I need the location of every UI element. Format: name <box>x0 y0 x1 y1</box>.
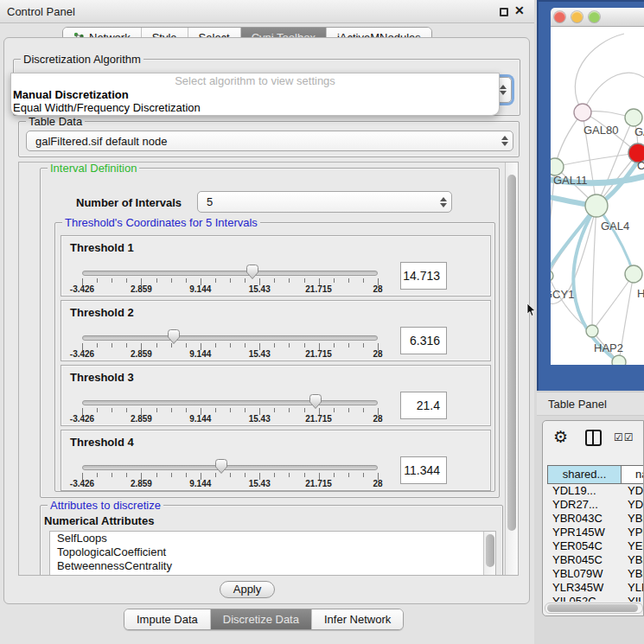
node-gal80[interactable] <box>574 104 591 121</box>
split-columns-icon[interactable] <box>585 430 602 446</box>
tab-discretize-data[interactable]: Discretize Data <box>211 609 312 629</box>
scrollbar-thumb[interactable] <box>507 175 516 531</box>
threshold-row-3: Threshold 3-3.4262.8599.14415.4321.71528… <box>61 365 491 426</box>
slider-thumb[interactable] <box>167 328 181 345</box>
attributes-list-scrollbar[interactable] <box>483 532 495 576</box>
tab-label: Impute Data <box>137 613 198 626</box>
checkbox-icons[interactable]: ☑☑ <box>614 431 634 443</box>
numerical-attributes-label: Numerical Attributes <box>44 514 154 527</box>
slider-tick-labels: -3.4262.8599.14415.4321.71528 <box>82 479 378 489</box>
node-gal11[interactable] <box>551 158 564 175</box>
slider-track[interactable] <box>82 465 378 470</box>
network-view-window: GAL80GACGAL11GAL4GCY1HHAP2 <box>537 0 644 391</box>
dropdown-option-equal-width-frequency[interactable]: Equal Width/Frequency Discretization <box>11 101 499 114</box>
threshold-row-1: Threshold 1-3.4262.8599.14415.4321.71528… <box>61 235 491 296</box>
network-edge <box>592 206 596 331</box>
tick-label: 9.144 <box>189 479 211 488</box>
table-row[interactable]: YBR043CYBR0 <box>547 512 644 526</box>
control-panel-titlebar: Control Panel <box>0 0 534 23</box>
tick-label: -3.426 <box>70 479 94 488</box>
node-hap2[interactable] <box>586 325 598 337</box>
scrollbar-thumb[interactable] <box>547 604 638 612</box>
num-intervals-combobox[interactable]: 5 <box>197 191 452 213</box>
node-label-c: C <box>637 159 644 172</box>
slider-track[interactable] <box>82 335 378 341</box>
node-right-h[interactable] <box>625 265 642 283</box>
tick-label: 9.144 <box>189 414 211 424</box>
bottom-tab-bar: Impute DataDiscretize DataInfer Network <box>124 609 404 630</box>
close-icon[interactable]: ✕ <box>514 3 525 17</box>
zoom-light[interactable] <box>589 11 600 22</box>
slider-thumb[interactable] <box>245 264 259 280</box>
table-row[interactable]: YPR145WYPR1 <box>547 526 644 539</box>
threshold-value-field[interactable]: 6.316 <box>400 327 447 354</box>
slider-track[interactable] <box>82 400 378 405</box>
threshold-row-2: Threshold 2-3.4262.8599.14415.4321.71528… <box>61 300 491 361</box>
combo-arrows-icon <box>497 131 513 150</box>
settings-vertical-scrollbar[interactable] <box>505 163 518 575</box>
tick-label: 21.715 <box>305 349 332 359</box>
slider-track[interactable] <box>82 271 378 276</box>
attributes-group-title: Attributes to discretize <box>48 499 163 512</box>
attribute-list-item[interactable]: BetweennessCentrality <box>50 559 495 573</box>
table-cell: YPR145W <box>547 526 622 539</box>
tick-label: 21.715 <box>305 479 332 488</box>
table-cell: YBR043C <box>547 512 622 526</box>
close-light[interactable] <box>554 11 565 22</box>
tick-label: 9.144 <box>189 284 211 294</box>
algorithm-dropdown-hint: Select algorithm to view settings <box>11 73 499 88</box>
table-row[interactable]: YDR27...YDR2 <box>547 498 644 512</box>
table-horizontal-scrollbar[interactable] <box>545 603 643 614</box>
minimize-light[interactable] <box>571 11 583 22</box>
node-top-right[interactable] <box>625 109 642 126</box>
threshold-label: Threshold 2 <box>70 306 134 319</box>
table-data-combobox[interactable]: galFiltered.sif default node <box>26 131 513 151</box>
threshold-row-4: Threshold 4-3.4262.8599.14415.4321.71528… <box>61 430 491 491</box>
table-panel-title: Table Panel <box>548 392 607 417</box>
table-cell: YBL079W <box>547 567 622 581</box>
scrollbar-thumb[interactable] <box>486 534 494 567</box>
column-header-shared-name[interactable]: shared... <box>547 465 622 484</box>
slider-thumb[interactable] <box>214 458 228 475</box>
attribute-list-item[interactable]: TopologicalCoefficient <box>50 545 495 559</box>
threshold-value-field[interactable]: 21.4 <box>400 392 447 419</box>
table-header-row: shared... na <box>547 465 644 484</box>
node-bottom[interactable] <box>612 355 626 365</box>
table-cell: YER0 <box>622 539 644 553</box>
network-edge <box>555 153 638 167</box>
column-header-name[interactable]: na <box>622 465 644 484</box>
table-cell: YDR2 <box>622 498 644 512</box>
table-row[interactable]: YBL079WYBL0 <box>547 567 644 581</box>
tick-label: 2.859 <box>131 349 152 359</box>
dropdown-option-manual-discretization[interactable]: Manual Discretization <box>11 88 499 101</box>
table-row[interactable]: YIL052CYIL0 <box>547 595 644 602</box>
node-gal4[interactable] <box>585 194 608 217</box>
table-row[interactable]: YDL19...YDL1 <box>547 484 644 498</box>
float-window-icon[interactable] <box>500 8 508 16</box>
num-intervals-label: Number of Intervals <box>76 196 182 209</box>
network-edge <box>592 274 634 331</box>
table-row[interactable]: YLR345WYLR3 <box>547 581 644 595</box>
threshold-value-field[interactable]: 14.713 <box>400 262 447 290</box>
tick-label: 15.43 <box>249 479 271 488</box>
numerical-attributes-list[interactable]: SelfLoopsTopologicalCoefficientBetweenne… <box>49 531 496 576</box>
settings-scroll-pane: Interval Definition Number of Intervals … <box>18 162 519 576</box>
tab-infer-network[interactable]: Infer Network <box>312 609 403 629</box>
threshold-value-field[interactable]: 11.344 <box>400 456 447 484</box>
node-gcy1[interactable] <box>551 271 553 281</box>
tick-label: 15.43 <box>249 349 271 359</box>
gear-icon[interactable]: ⚙ <box>553 427 568 446</box>
attribute-list-item[interactable]: SelfLoops <box>50 532 495 545</box>
table-cell: YIL0 <box>622 595 644 602</box>
slider-thumb[interactable] <box>309 393 322 410</box>
table-cell: YDL1 <box>622 484 644 498</box>
table-row[interactable]: YER054CYER0 <box>547 539 644 553</box>
thresholds-group-title: Threshold's Coordinates for 5 Intervals <box>62 216 260 229</box>
table-cell: YIL052C <box>547 595 622 602</box>
network-canvas[interactable]: GAL80GACGAL11GAL4GCY1HHAP2 <box>551 27 644 365</box>
tab-impute-data[interactable]: Impute Data <box>124 609 211 629</box>
tick-label: 2.859 <box>131 284 152 294</box>
network-window-titlebar[interactable] <box>551 8 644 27</box>
table-row[interactable]: YBR045CYBR0 <box>547 553 644 567</box>
apply-button[interactable]: Apply <box>220 581 275 598</box>
